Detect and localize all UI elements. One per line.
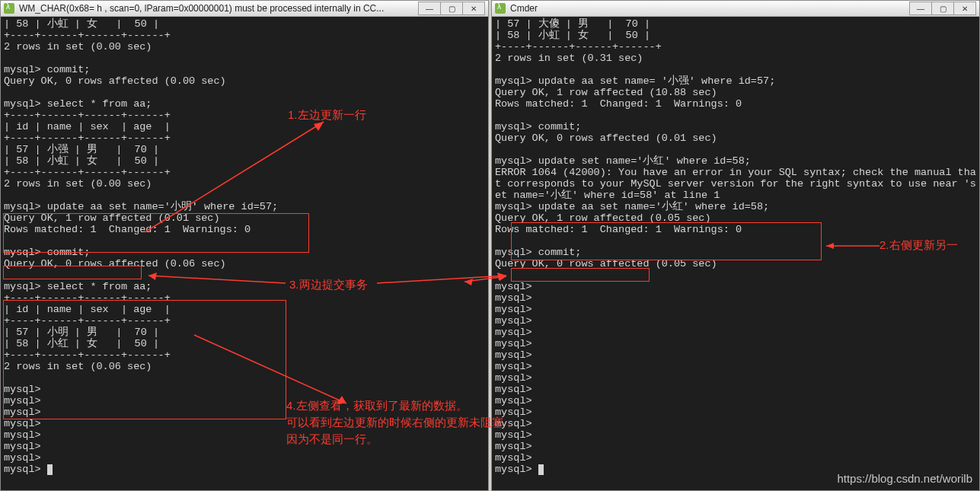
cmder-icon <box>4 3 14 14</box>
left-terminal-window: WM_CHAR(0x68= h , scan=0, lParam=0x00000… <box>0 0 489 491</box>
app-root: WM_CHAR(0x68= h , scan=0, lParam=0x00000… <box>0 0 980 491</box>
minimize-button[interactable]: — <box>909 2 932 15</box>
left-window-buttons: — ▢ ✕ <box>419 2 485 15</box>
right-window-title: Cmder <box>510 3 910 14</box>
close-button[interactable]: ✕ <box>953 2 976 15</box>
minimize-button[interactable]: — <box>418 2 441 15</box>
right-terminal-window: Cmder — ▢ ✕ | 57 | 大傻 | 男 | 70 | | 58 | … <box>491 0 980 491</box>
left-titlebar[interactable]: WM_CHAR(0x68= h , scan=0, lParam=0x00000… <box>1 1 488 17</box>
cmder-icon <box>495 3 506 14</box>
close-button[interactable]: ✕ <box>462 2 485 15</box>
right-titlebar[interactable]: Cmder — ▢ ✕ <box>492 1 979 17</box>
left-window-title: WM_CHAR(0x68= h , scan=0, lParam=0x00000… <box>19 3 419 14</box>
maximize-button[interactable]: ▢ <box>440 2 463 15</box>
watermark: https://blog.csdn.net/worilb <box>837 472 972 485</box>
maximize-button[interactable]: ▢ <box>931 2 954 15</box>
left-terminal-output[interactable]: | 58 | 小虹 | 女 | 50 | +----+------+------… <box>1 17 488 477</box>
right-terminal-output[interactable]: | 57 | 大傻 | 男 | 70 | | 58 | 小虹 | 女 | 50 … <box>492 17 979 477</box>
right-window-buttons: — ▢ ✕ <box>910 2 976 15</box>
